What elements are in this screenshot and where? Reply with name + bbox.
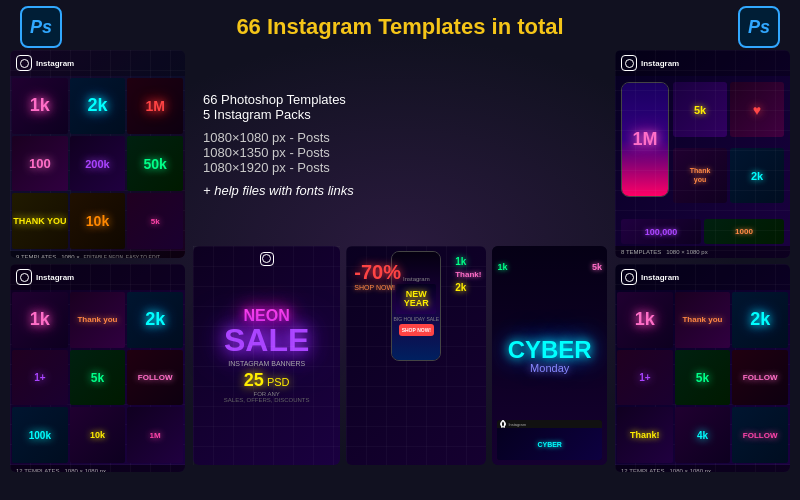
bottom-left-card: Instagram 1k Thank you 2k 1+ 5k — [10, 264, 185, 472]
neon-cell-1m: 1M — [127, 78, 183, 134]
card-meta-bl: 12 TEMPLATES 1080 × 1080 px — [10, 465, 185, 472]
br-cell-9: FOLLOW — [732, 407, 788, 463]
bl-cell-5: 5k — [70, 350, 126, 406]
tr-100k-row: 100,000 1000 — [615, 217, 790, 246]
neon-cell-2k: 2k — [70, 78, 126, 134]
left-panel: Instagram 1k 2k 1M 100 200k — [10, 50, 185, 472]
mini-cell-thank: Thankyou — [673, 148, 727, 203]
instagram-icon — [16, 55, 32, 71]
br-cell-7: Thank! — [617, 407, 673, 463]
info-line-2: 5 Instagram Packs — [203, 107, 597, 122]
instagram-label-br: Instagram — [641, 273, 679, 282]
instagram-icon-bl — [16, 269, 32, 285]
center-panel: 66 Photoshop Templates 5 Instagram Packs… — [193, 50, 607, 472]
info-gap-1 — [203, 122, 597, 130]
bl-cell-8: 10k — [70, 407, 126, 463]
br-cell-5: 5k — [675, 350, 731, 406]
tall-phone: 1M — [621, 82, 669, 197]
mini-cell-5k: 5k — [673, 82, 727, 137]
info-line-6: + help files with fonts links — [203, 183, 597, 198]
bl-cell-1: 1k — [12, 292, 68, 348]
new-year-card: -70% SHOP NOW! Instagram NEWYEAR — [346, 246, 486, 465]
br-cell-2: Thank you — [675, 292, 731, 348]
neon-sale-card: Neon SALE INSTAGRAM BANNERS 25 PSD FOR A… — [193, 246, 340, 465]
neon-cell-50: 50k — [127, 136, 183, 192]
br-cell-1: 1k — [617, 292, 673, 348]
instagram-label: Instagram — [36, 59, 74, 68]
main-content: Instagram 1k 2k 1M 100 200k — [0, 50, 800, 480]
neon-cell-1k: 1k — [12, 78, 68, 134]
info-panel: 66 Photoshop Templates 5 Instagram Packs… — [193, 50, 607, 240]
card-meta-tr: 8 TEMPLATES 1080 × 1080 px — [615, 246, 790, 258]
cyber-top: 1k 5k CYBER Monday Insta — [492, 246, 607, 465]
info-line-5: 1080×1920 px - Posts — [203, 160, 597, 175]
info-gap-2 — [203, 175, 597, 183]
neon-cell-follow: 5k — [127, 193, 183, 249]
center-top: 66 Photoshop Templates 5 Instagram Packs… — [193, 50, 607, 240]
instagram-label-bl: Instagram — [36, 273, 74, 282]
info-line-3: 1080×1080 px - Posts — [203, 130, 597, 145]
br-cell-6: FOLLOW — [732, 350, 788, 406]
info-line-1: 66 Photoshop Templates — [203, 92, 597, 107]
br-cell-4: 1+ — [617, 350, 673, 406]
instagram-icon-tr — [621, 55, 637, 71]
card-meta-top-left: 9 TEMPLATES 1080 × 1353 px EDITABLE NEON… — [10, 251, 185, 258]
instagram-icon-br — [621, 269, 637, 285]
bl-cell-7: 100k — [12, 407, 68, 463]
ny-discount: -70% SHOP NOW! — [354, 261, 401, 291]
page-title: 66 Instagram Templates in total — [236, 14, 563, 40]
monday-text: Monday — [508, 362, 592, 374]
bl-cell-6: FOLLOW — [127, 350, 183, 406]
mini-cell-2k: 2k — [730, 148, 784, 203]
header: Ps 66 Instagram Templates in total Ps — [0, 0, 800, 50]
ny-right-neons: 1k Thank! 2k — [455, 256, 481, 293]
ps-badge-left: Ps — [20, 6, 62, 48]
banners-label: INSTAGRAM BANNERS — [228, 360, 305, 367]
neon-cell-thank: THANK YOU — [12, 193, 68, 249]
neon-cell-10k: 10k — [70, 193, 126, 249]
right-panel: Instagram 1M 5k ♥ — [615, 50, 790, 472]
mini-cell-heart: ♥ — [730, 82, 784, 137]
bl-cell-9: 1M — [127, 407, 183, 463]
info-line-4: 1080×1350 px - Posts — [203, 145, 597, 160]
cyber-monday-card: 1k 5k CYBER Monday Insta — [492, 246, 607, 465]
bl-cell-2: Thank you — [70, 292, 126, 348]
bl-cell-4: 1+ — [12, 350, 68, 406]
top-right-card: Instagram 1M 5k ♥ — [615, 50, 790, 258]
neon-sale-text: Neon SALE — [224, 308, 309, 356]
card-meta-br: 12 TEMPLATES 1080 × 1080 px — [615, 465, 790, 472]
bottom-right-card: Instagram 1k Thank you 2k 1+ 5k — [615, 264, 790, 472]
center-bottom: Neon SALE INSTAGRAM BANNERS 25 PSD FOR A… — [193, 246, 607, 465]
br-cell-3: 2k — [732, 292, 788, 348]
ps-badge-right: Ps — [738, 6, 780, 48]
bl-cell-3: 2k — [127, 292, 183, 348]
price-display: 25 PSD — [244, 370, 290, 391]
discount-label: SALES, OFFERS, DISCOUNTS — [224, 397, 310, 403]
top-left-card: Instagram 1k 2k 1M 100 200k — [10, 50, 185, 258]
neon-cell-100: 100 — [12, 136, 68, 192]
neon-cell-200k: 200k — [70, 136, 126, 192]
cyber-text: CYBER — [508, 338, 592, 362]
br-cell-8: 4k — [675, 407, 731, 463]
instagram-label-tr: Instagram — [641, 59, 679, 68]
